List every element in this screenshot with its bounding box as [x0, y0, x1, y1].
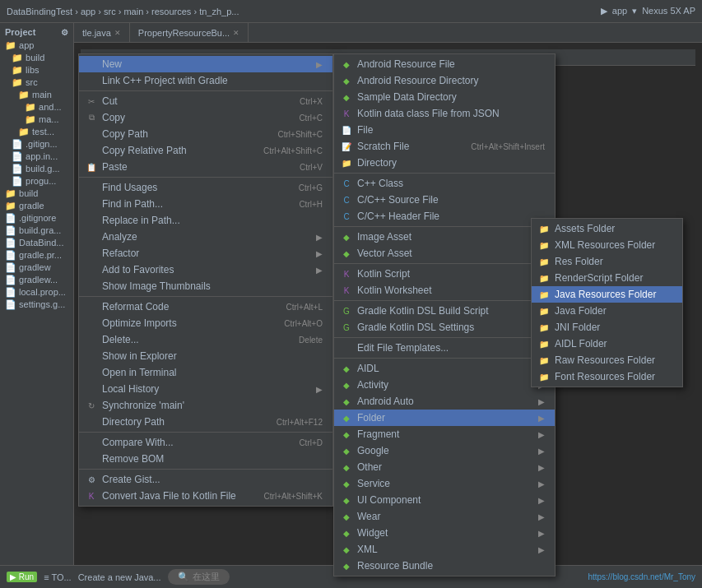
menu-item-add-favorites[interactable]: Add to Favorites ▶ [79, 262, 332, 278]
menu-item-local-history[interactable]: Local History ▶ [79, 381, 332, 397]
menu-item-file[interactable]: 📄 File [334, 122, 555, 138]
sidebar-item-gradle[interactable]: 📁 gradle [2, 200, 72, 212]
menu-item-remove-bom[interactable]: Remove BOM [79, 451, 332, 467]
sidebar-item-build2[interactable]: 📁 build [2, 188, 72, 200]
menu-item-analyze[interactable]: Analyze ▶ [79, 229, 332, 245]
menu-item-link-cpp[interactable]: Link C++ Project with Gradle [79, 72, 332, 89]
menu-item-service[interactable]: ◆ Service ▶ [334, 475, 555, 492]
menu-item-jni-folder[interactable]: 📁 JNI Folder [532, 319, 682, 336]
menu-item-paste[interactable]: 📋 Paste Ctrl+V [79, 159, 332, 175]
menu-item-other[interactable]: ◆ Other ▶ [334, 459, 555, 475]
menu-item-delete[interactable]: Delete... Delete [79, 331, 332, 348]
menu-item-cpp-header[interactable]: C C/C++ Header File [334, 208, 555, 225]
sidebar-item-and[interactable]: 📁 and... [2, 101, 72, 113]
menu-item-kotlin-worksheet[interactable]: K Kotlin Worksheet [334, 282, 555, 299]
menu-item-find-usages[interactable]: Find Usages Ctrl+G [79, 179, 332, 196]
sidebar-gear-icon[interactable]: ⚙ [61, 28, 68, 37]
menu-item-aidl-folder[interactable]: 📁 AIDL Folder [532, 336, 682, 352]
menu-item-show-explorer[interactable]: Show in Explorer [79, 348, 332, 364]
menu-item-sync[interactable]: ↻ Synchronize 'main' [79, 397, 332, 414]
run-icon-status[interactable]: ▶ Run [7, 572, 37, 582]
search-bar[interactable]: 🔍 在这里 [168, 569, 230, 585]
menu-item-create-gist[interactable]: ⚙ Create Gist... [79, 471, 332, 488]
menu-item-activity[interactable]: ◆ Activity ▶ [334, 377, 555, 393]
menu-item-cpp-class[interactable]: C C++ Class [334, 175, 555, 192]
sidebar-item-main[interactable]: 📁 main [2, 89, 72, 101]
menu-item-copy[interactable]: ⧉ Copy Ctrl+C [79, 109, 332, 126]
menu-item-copy-path[interactable]: Copy Path Ctrl+Shift+C [79, 126, 332, 142]
menu-item-replace-in-path[interactable]: Replace in Path... [79, 212, 332, 229]
tab-tle-java-close[interactable]: ✕ [114, 29, 121, 37]
menu-item-resource-bundle[interactable]: ◆ Resource Bundle [334, 558, 555, 574]
menu-item-cut[interactable]: ✂ Cut Ctrl+X [79, 93, 332, 109]
menu-item-font-resources-folder[interactable]: 📁 Font Resources Folder [532, 368, 682, 385]
menu-item-folder[interactable]: ◆ Folder ▶ [334, 410, 555, 426]
new-icon [86, 58, 97, 70]
menu-item-android-resource-file[interactable]: ◆ Android Resource File [334, 56, 555, 72]
menu-item-ui-component[interactable]: ◆ UI Component ▶ [334, 492, 555, 508]
menu-item-convert-kotlin[interactable]: K Convert Java File to Kotlin File Ctrl+… [79, 488, 332, 504]
sidebar-item-settings[interactable]: 📄 settings.g... [2, 299, 72, 311]
menu-item-assets-folder[interactable]: 📁 Assets Folder [532, 220, 682, 237]
sidebar-item-app[interactable]: 📁 app [2, 39, 72, 52]
menu-item-dir-path[interactable]: Directory Path Ctrl+Alt+F12 [79, 414, 332, 430]
menu-item-sample-data-dir[interactable]: ◆ Sample Data Directory [334, 89, 555, 105]
menu-item-scratch-file[interactable]: 📝 Scratch File Ctrl+Alt+Shift+Insert [334, 138, 555, 155]
menu-item-open-terminal[interactable]: Open in Terminal [79, 364, 332, 381]
menu-item-find-in-path[interactable]: Find in Path... Ctrl+H [79, 196, 332, 212]
menu-item-java-resources-folder[interactable]: 📁 Java Resources Folder [532, 286, 682, 303]
menu-item-aidl[interactable]: ◆ AIDL ▶ [334, 360, 555, 377]
menu-item-widget[interactable]: ◆ Widget ▶ [334, 525, 555, 541]
menu-label-android-auto: Android Auto [357, 396, 414, 407]
sidebar-item-buildgra[interactable]: 📄 build.gra... [2, 225, 72, 237]
menu-item-java-folder[interactable]: 📁 Java Folder [532, 303, 682, 319]
sidebar-item-gradlew2[interactable]: 📄 gradlew... [2, 274, 72, 286]
menu-item-cpp-source[interactable]: C C/C++ Source File [334, 192, 555, 208]
menu-item-gradle-settings[interactable]: G Gradle Kotlin DSL Settings [334, 319, 555, 336]
menu-item-fragment[interactable]: ◆ Fragment ▶ [334, 426, 555, 442]
menu-item-android-resource-dir[interactable]: ◆ Android Resource Directory [334, 72, 555, 89]
menu-item-xml-resources-folder[interactable]: 📁 XML Resources Folder [532, 237, 682, 253]
menu-item-wear[interactable]: ◆ Wear ▶ [334, 508, 555, 525]
menu-item-compare[interactable]: Compare With... Ctrl+D [79, 434, 332, 451]
menu-item-android-auto[interactable]: ◆ Android Auto ▶ [334, 393, 555, 410]
sidebar-item-gradlepr[interactable]: 📄 gradle.pr... [2, 249, 72, 262]
sidebar-item-src[interactable]: 📁 src [2, 76, 72, 89]
menu-item-copy-relative[interactable]: Copy Relative Path Ctrl+Alt+Shift+C [79, 142, 332, 159]
sidebar-item-libs[interactable]: 📁 libs [2, 64, 72, 76]
sidebar-item-ma[interactable]: 📁 ma... [2, 113, 72, 126]
tab-tle-java[interactable]: tle.java ✕ [74, 23, 130, 42]
menu-item-optimize[interactable]: Optimize Imports Ctrl+Alt+O [79, 315, 332, 331]
sidebar-item-appin[interactable]: 📄 app.in... [2, 150, 72, 163]
tab-property-resource-close[interactable]: ✕ [233, 29, 239, 37]
sidebar-item-progu[interactable]: 📄 progu... [2, 175, 72, 188]
menu-item-renderscript-folder[interactable]: 📁 RenderScript Folder [532, 270, 682, 286]
sidebar-item-build[interactable]: 📁 build [2, 52, 72, 64]
sidebar-item-localprop[interactable]: 📄 local.prop... [2, 286, 72, 299]
tab-property-resource[interactable]: PropertyResourceBu... ✕ [130, 23, 249, 42]
sidebar-item-test[interactable]: 📁 test... [2, 126, 72, 138]
menu-item-gradle-build[interactable]: G Gradle Kotlin DSL Build Script [334, 303, 555, 319]
sidebar-item-buildg[interactable]: 📄 build.g... [2, 163, 72, 175]
menu-item-raw-resources-folder[interactable]: 📁 Raw Resources Folder [532, 352, 682, 368]
menu-item-edit-templates[interactable]: Edit File Templates... [334, 340, 555, 356]
menu-item-image-asset[interactable]: ◆ Image Asset [334, 229, 555, 245]
menu-item-res-folder[interactable]: 📁 Res Folder [532, 253, 682, 270]
menu-item-new[interactable]: New ▶ [79, 56, 332, 72]
menu-item-refactor[interactable]: Refactor ▶ [79, 245, 332, 262]
sidebar-item-gradlew[interactable]: 📄 gradlew [2, 262, 72, 274]
todo-icon-status[interactable]: ≡ TO... [44, 572, 72, 582]
sidebar-item-gitignore2[interactable]: 📄 .gitignore [2, 212, 72, 225]
sidebar-item-gitignore[interactable]: 📄 .gitign... [2, 138, 72, 150]
sidebar-item-databind[interactable]: 📄 DataBind... [2, 237, 72, 249]
menu-item-show-thumbnails[interactable]: Show Image Thumbnails [79, 278, 332, 294]
dir-path-icon [86, 416, 97, 428]
menu-item-vector-asset[interactable]: ◆ Vector Asset [334, 245, 555, 262]
menu-item-kotlin-json[interactable]: K Kotlin data class File from JSON [334, 105, 555, 122]
menu-item-reformat[interactable]: Reformat Code Ctrl+Alt+L [79, 299, 332, 315]
run-icon[interactable]: ▶ [601, 6, 607, 16]
menu-item-google[interactable]: ◆ Google ▶ [334, 442, 555, 459]
menu-item-kotlin-script[interactable]: K Kotlin Script [334, 266, 555, 282]
menu-item-directory[interactable]: 📁 Directory [334, 155, 555, 171]
menu-item-xml[interactable]: ◆ XML ▶ [334, 541, 555, 558]
